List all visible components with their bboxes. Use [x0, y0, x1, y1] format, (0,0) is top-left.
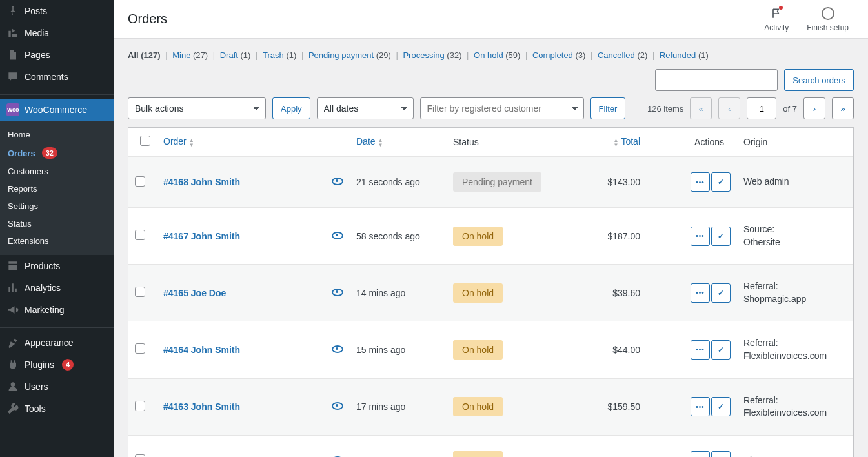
order-actions-button[interactable] [691, 172, 710, 192]
sidebar-item-label: Posts [25, 6, 47, 16]
status-filter-count: (1) [286, 50, 296, 60]
row-checkbox[interactable] [135, 343, 145, 354]
order-link[interactable]: #4164 John Smith [163, 345, 240, 355]
sidebar-item-woocommerce[interactable]: Woo WooCommerce [0, 99, 114, 121]
origin-source: Othersite [743, 237, 780, 247]
complete-order-button[interactable] [711, 451, 731, 457]
row-checkbox[interactable] [135, 287, 145, 297]
activity-button[interactable]: Activity [764, 6, 789, 32]
complete-order-button[interactable] [711, 227, 731, 246]
orders-count-badge: 32 [42, 147, 57, 159]
order-date: Jun 12, 2024 [350, 435, 447, 457]
sidebar-item-users[interactable]: Users [0, 376, 114, 398]
row-checkbox[interactable] [135, 401, 145, 411]
first-page-button[interactable]: « [690, 97, 712, 119]
order-total: $159.50 [576, 378, 647, 435]
status-filter-cancelled[interactable]: Cancelled (2) [598, 50, 647, 60]
filter-button[interactable]: Filter [590, 97, 626, 119]
bulk-actions-select[interactable]: Bulk actions [128, 97, 266, 119]
status-filter-completed[interactable]: Completed (3) [532, 50, 585, 60]
date-column-header[interactable]: Date [350, 128, 447, 156]
complete-order-button[interactable] [711, 340, 731, 360]
status-filter-mine[interactable]: Mine (27) [172, 50, 208, 60]
status-badge: On hold [453, 397, 503, 416]
order-link[interactable]: #4163 John Smith [163, 401, 240, 412]
order-actions-button[interactable] [691, 340, 710, 360]
origin-column-header: Origin [737, 128, 853, 156]
divider: | [299, 50, 306, 60]
order-date: 21 seconds ago [350, 156, 447, 207]
sidebar-item-pages[interactable]: Pages [0, 44, 114, 66]
status-filter-count: (1) [241, 50, 251, 60]
order-actions-button[interactable] [691, 283, 710, 303]
status-filter-pending-payment[interactable]: Pending payment (29) [308, 50, 391, 60]
order-actions-button[interactable] [691, 397, 710, 416]
origin-source: Shopmagic.app [743, 294, 806, 304]
apply-button[interactable]: Apply [272, 97, 310, 119]
sidebar-item-appearance[interactable]: Appearance [0, 332, 114, 354]
divider: | [210, 50, 217, 60]
status-filter-draft[interactable]: Draft (1) [220, 50, 251, 60]
preview-icon[interactable] [332, 178, 343, 185]
order-actions-button[interactable] [691, 451, 710, 457]
plugins-update-badge: 4 [62, 359, 74, 371]
submenu-home[interactable]: Home [0, 126, 114, 143]
complete-order-button[interactable] [711, 397, 731, 416]
order-column-header[interactable]: Order [157, 128, 325, 156]
order-link[interactable]: #4165 Joe Doe [163, 288, 226, 298]
order-date: 15 mins ago [350, 321, 447, 378]
status-filter-processing[interactable]: Processing (32) [403, 50, 461, 60]
order-link[interactable]: #4167 John Smith [163, 231, 240, 241]
preview-icon[interactable] [332, 345, 343, 353]
submenu-reports[interactable]: Reports [0, 180, 114, 198]
next-page-button[interactable]: › [803, 97, 825, 119]
current-page-input[interactable] [747, 97, 776, 119]
status-filter-trash[interactable]: Trash (1) [263, 50, 296, 60]
sidebar-item-media[interactable]: Media [0, 22, 114, 44]
order-date: 17 mins ago [350, 378, 447, 435]
submenu-settings[interactable]: Settings [0, 198, 114, 215]
sidebar-item-marketing[interactable]: Marketing [0, 299, 114, 321]
admin-sidebar: Posts Media Pages Comments Woo WooCommer… [0, 0, 114, 457]
date-filter-select[interactable]: All dates [317, 97, 414, 119]
status-filter-refunded[interactable]: Refunded (1) [660, 50, 709, 60]
origin-type: Referral: [743, 338, 778, 348]
submenu-status[interactable]: Status [0, 215, 114, 232]
search-orders-button[interactable]: Search orders [784, 69, 854, 91]
sidebar-item-comments[interactable]: Comments [0, 66, 114, 88]
sidebar-item-plugins[interactable]: Plugins 4 [0, 354, 114, 376]
prev-page-button[interactable]: ‹ [718, 97, 740, 119]
row-checkbox[interactable] [135, 176, 145, 187]
total-column-header[interactable]: Total [576, 128, 647, 156]
status-filter-all[interactable]: All (127) [128, 50, 161, 60]
complete-order-button[interactable] [711, 172, 731, 192]
status-filter-count: (3) [575, 50, 585, 60]
customer-filter-select[interactable]: Filter by registered customer [420, 97, 584, 119]
order-actions-button[interactable] [691, 227, 710, 246]
select-all-checkbox[interactable] [140, 136, 150, 146]
submenu-customers[interactable]: Customers [0, 163, 114, 180]
row-checkbox[interactable] [135, 230, 145, 240]
preview-icon[interactable] [332, 402, 343, 410]
search-orders-input[interactable] [655, 69, 778, 91]
submenu-extensions[interactable]: Extensions [0, 232, 114, 250]
row-checkbox[interactable] [135, 454, 145, 457]
order-link[interactable]: #4168 John Smith [163, 177, 240, 187]
finish-setup-button[interactable]: Finish setup [807, 6, 849, 32]
sidebar-item-posts[interactable]: Posts [0, 0, 114, 22]
complete-order-button[interactable] [711, 283, 731, 303]
table-row: #4163 John Smith17 mins agoOn hold$159.5… [128, 378, 853, 435]
status-filter-count: (1) [698, 50, 709, 60]
last-page-button[interactable]: » [832, 97, 854, 119]
preview-icon[interactable] [332, 289, 343, 296]
sidebar-item-analytics[interactable]: Analytics [0, 277, 114, 299]
sidebar-separator [0, 92, 114, 95]
sidebar-item-tools[interactable]: Tools [0, 398, 114, 420]
woo-icon: Woo [6, 103, 19, 116]
preview-icon[interactable] [332, 232, 343, 239]
origin-source: Flexibleinvoices.com [743, 350, 827, 361]
sidebar-item-products[interactable]: Products [0, 255, 114, 277]
status-filter-on-hold[interactable]: On hold (59) [474, 50, 520, 60]
submenu-orders[interactable]: Orders 32 [0, 143, 114, 163]
origin-type: Referral: [743, 281, 778, 291]
